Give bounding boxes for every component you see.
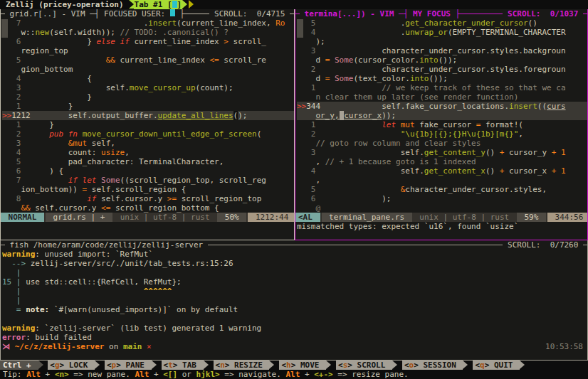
text-segment: warning <box>2 250 35 259</box>
text-segment: or <box>177 370 196 379</box>
text-segment: gion_bottom <box>2 65 73 74</box>
text-segment: () <box>485 166 500 176</box>
code-row: n clear them up later (see render functi… <box>297 92 587 102</box>
text-segment: note: <box>26 305 49 314</box>
text-segment <box>330 74 335 83</box>
text-segment: d <box>297 74 325 83</box>
vim-scroll-percent: 59% <box>517 213 546 222</box>
pane-title-fish: fish /home/aram/code/zellij/zellij-serve… <box>1 240 587 250</box>
text-segment: insert <box>148 18 177 28</box>
pane-scrollbar[interactable] <box>297 19 303 38</box>
text-segment: mut <box>401 120 415 129</box>
code-row: 4 { <box>2 74 294 83</box>
text-segment: @ <box>297 203 320 213</box>
keybar-item-pane[interactable]: <p> PANE <box>105 361 152 370</box>
text-segment: cursor_y <box>504 148 551 157</box>
text-segment: (cursor_color. <box>354 55 420 65</box>
text-segment <box>396 120 401 129</box>
code-row: // goto row column and clear styles <box>297 139 587 148</box>
code-row: 6 ); <box>297 194 587 203</box>
text-segment: : `zellij-server` (lib test) generated 1… <box>35 324 261 333</box>
pane-title-grid-rs: grid.r[..] - VIM ─┤ FOCUSED USER: ├ SCRO… <box>1 9 294 18</box>
text-segment: ); <box>297 37 325 46</box>
text-segment <box>31 129 50 139</box>
text-segment: } <box>31 102 73 111</box>
text-segment: &mut <box>68 139 88 148</box>
code-row: 5 && current_line_index <= scroll_re <box>2 55 294 65</box>
text-segment <box>26 287 144 296</box>
text-segment: <= <box>209 55 219 65</box>
key-letter: t <box>168 361 173 370</box>
text-segment <box>31 139 68 148</box>
text-segment: pub fn <box>49 129 78 139</box>
text-segment <box>78 129 83 139</box>
keybar-item-session[interactable]: <o> SESSION <box>402 361 463 370</box>
text-segment: 15 | <box>2 277 26 287</box>
text-segment: 7 <box>2 176 31 185</box>
vim-scroll-percent: 50% <box>217 213 246 222</box>
text-segment: self. <box>401 166 424 176</box>
text-segment: Alt <box>135 370 149 379</box>
text-segment: { <box>31 74 92 83</box>
text-segment <box>31 176 68 185</box>
text-segment: `#[warn(unused_imports)]` on by default <box>49 305 238 314</box>
keybar-prefix: Ctrl + <box>0 361 38 370</box>
text-segment: ~/c/z/zellij-server <box>15 342 105 351</box>
code-row: 1 // we keep track of these so that we c… <box>297 83 587 92</box>
text-segment: Some <box>335 74 354 83</box>
code-row: 2 } <box>2 92 294 102</box>
key-letter: h <box>286 361 291 370</box>
text-segment: // we keep track of these so that we ca <box>382 83 565 92</box>
keybar-item-tab[interactable]: <t> TAB <box>162 361 204 370</box>
text-segment: () <box>485 148 500 157</box>
shell-output: warning: unused import: `RefMut` --> zel… <box>1 250 587 351</box>
text-segment: scroll_region_bottom { <box>110 203 219 213</box>
text-segment: <n> <box>55 370 69 379</box>
pane-scrollbar[interactable] <box>1 19 8 38</box>
text-segment: 2 <box>297 129 325 139</box>
code-row: 1 } <box>2 102 294 111</box>
scroll-indicator: SCROLL: 0/7260 <box>503 240 583 250</box>
pane-grid-rs[interactable]: grid.r[..] - VIM ─┤ FOCUSED USER: ├ SCRO… <box>0 9 295 240</box>
text-segment: ( <box>257 129 262 139</box>
text-segment: 344 <box>306 102 325 111</box>
code-row: 4 .unwrap_or(EMPTY_TERMINAL_CHARACTER <box>297 28 587 37</box>
keybar-item-scroll[interactable]: <s> SCROLL <box>336 361 392 370</box>
text-segment: 1212 <box>11 111 31 120</box>
text-segment <box>297 92 316 102</box>
vim-buffer-grid-rs: 7 .insert(current_line_index, Ro w::new(… <box>1 18 294 213</box>
vim-mode: NORMAL <box>1 213 44 222</box>
code-row: error: build failed <box>2 333 587 342</box>
pane-fish-shell[interactable]: fish /home/aram/code/zellij/zellij-serve… <box>0 240 588 361</box>
scroll-indicator: SCROLL: 0/1037 <box>503 9 583 18</box>
code-row: warning: unused import: `RefMut` <box>2 250 587 259</box>
session-name: Zellij (pricey-operation) <box>0 0 129 9</box>
text-segment: unwrap_or <box>405 28 448 37</box>
pane-terminal-pane-rs[interactable]: termina[...]) - VIM ─┤ MY FOCUS ├ SCROLL… <box>295 9 588 240</box>
keybar-item-lock[interactable]: <g> LOCK <box>48 361 95 370</box>
text-segment: // + 1 because goto is 1 indexed <box>325 157 476 166</box>
text-segment: } <box>31 92 92 102</box>
text-segment: = <box>2 305 26 314</box>
text-segment: × <box>147 342 152 351</box>
keybar-item-move[interactable]: <h> MOVE <box>279 361 326 370</box>
keybar-item-resize[interactable]: <n> RESIZE <box>214 361 270 370</box>
code-row: 7 .insert(current_line_index, Ro <box>2 18 294 28</box>
code-row: 3 self.get_content_y() + cursor_y + 1 <box>297 148 587 157</box>
tab-1[interactable]: Tab #1 [] <box>134 0 183 9</box>
text-segment <box>2 203 21 213</box>
keybar-item-quit[interactable]: <q> QUIT <box>473 361 520 370</box>
powerline-arrow-icon <box>95 361 100 369</box>
text-segment: && <box>21 203 31 213</box>
powerline-arrow-icon <box>520 361 525 369</box>
tab-bar: Zellij (pricey-operation) Tab #1 [] <box>0 0 588 9</box>
code-row: warning: `zellij-server` (lib test) gene… <box>2 324 587 333</box>
powerline-arrow-icon <box>189 0 194 9</box>
text-segment: 1 <box>2 102 31 111</box>
keybind-bar: Ctrl + <g> LOCK <p> PANE <t> TAB <n> RES… <box>0 361 588 370</box>
text-segment: scroll_region_top <box>177 194 261 203</box>
text-segment: curs <box>547 102 566 111</box>
text-segment: (count); <box>196 83 233 92</box>
code-row: or_y, cursor_x)); <box>297 111 587 120</box>
code-row: ⋊ ~/c/z/zellij-server on main × <box>2 342 587 351</box>
